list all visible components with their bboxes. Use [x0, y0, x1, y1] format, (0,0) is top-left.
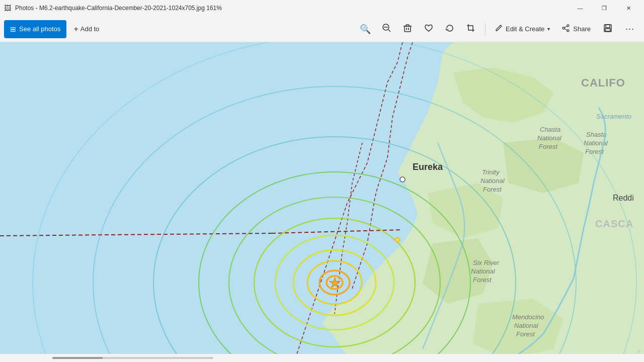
svg-point-31 [395, 237, 400, 242]
svg-text:Forest: Forest [539, 143, 558, 150]
zoom-out-button[interactable] [376, 19, 396, 39]
title-bar: 🖼 Photos - M6.2-earthquake-California-De… [0, 0, 644, 16]
svg-line-11 [565, 26, 567, 28]
close-button[interactable]: ✕ [617, 0, 640, 16]
svg-text:Forest: Forest [473, 276, 492, 284]
title-bar-controls: — ❐ ✕ [569, 0, 640, 16]
svg-text:Chasta: Chasta [540, 126, 560, 133]
heart-icon [424, 24, 433, 35]
toolbar: ⊞ See all photos + Add to 🔍 [0, 16, 644, 42]
svg-rect-15 [605, 29, 610, 31]
app-icon: 🖼 [4, 4, 11, 12]
svg-text:National: National [471, 267, 496, 275]
zoom-in-button[interactable]: 🔍 [355, 19, 375, 39]
svg-text:Eureka: Eureka [413, 162, 443, 172]
scroll-thumb[interactable] [52, 357, 103, 359]
share-button[interactable]: Share [557, 20, 596, 38]
add-icon: + [73, 25, 78, 34]
svg-point-10 [562, 27, 565, 29]
edit-icon [495, 24, 503, 34]
toolbar-group-view: 🔍 [355, 19, 481, 39]
scroll-track[interactable] [52, 357, 213, 359]
maximize-button[interactable]: ❐ [593, 0, 616, 16]
svg-rect-3 [405, 26, 411, 32]
save-icon [603, 24, 612, 35]
svg-line-12 [565, 29, 567, 30]
crop-icon [466, 24, 475, 35]
crop-button[interactable] [461, 19, 481, 39]
share-icon [562, 24, 570, 34]
zoom-in-icon: 🔍 [360, 24, 371, 35]
svg-rect-14 [606, 25, 610, 28]
svg-text:Shasta: Shasta [586, 131, 606, 138]
save-button[interactable] [598, 19, 618, 39]
svg-text:★: ★ [329, 275, 341, 291]
share-label: Share [573, 25, 591, 33]
svg-text:National: National [514, 322, 539, 329]
map-svg: ★ CALIFO Sacramento Eureka Trinity Natio… [0, 42, 644, 362]
title-bar-left: 🖼 Photos - M6.2-earthquake-California-De… [4, 4, 222, 12]
minimize-button[interactable]: — [569, 0, 592, 16]
edit-create-button[interactable]: Edit & Create ▾ [490, 20, 555, 38]
toolbar-divider-1 [485, 23, 486, 35]
zoom-out-icon [382, 23, 391, 35]
svg-text:Trinity: Trinity [482, 168, 500, 176]
svg-point-9 [567, 30, 569, 32]
svg-point-32 [400, 177, 405, 182]
svg-line-2 [388, 30, 390, 32]
title-text: Photos - M6.2-earthquake-California-Dece… [15, 5, 222, 12]
image-area: ★ CALIFO Sacramento Eureka Trinity Natio… [0, 42, 644, 362]
delete-icon [403, 24, 412, 35]
delete-button[interactable] [397, 19, 418, 39]
svg-text:Reddi: Reddi [613, 194, 634, 202]
svg-text:Forest: Forest [483, 186, 502, 193]
more-icon: ··· [625, 24, 634, 34]
see-all-photos-button[interactable]: ⊞ See all photos [4, 20, 66, 38]
svg-rect-5 [406, 25, 409, 26]
edit-create-chevron: ▾ [547, 26, 550, 32]
svg-text:National: National [537, 134, 562, 142]
see-all-photos-label: See all photos [19, 25, 60, 33]
rotate-icon [445, 24, 454, 35]
svg-text:Six River: Six River [473, 259, 500, 266]
add-to-label: Add to [80, 25, 100, 33]
svg-text:National: National [480, 177, 505, 185]
svg-point-8 [567, 25, 569, 27]
add-to-button[interactable]: + Add to [68, 20, 104, 38]
rotate-button[interactable] [440, 19, 460, 39]
photos-icon: ⊞ [10, 25, 16, 33]
more-options-button[interactable]: ··· [620, 19, 640, 39]
edit-create-label: Edit & Create [506, 25, 544, 33]
svg-text:Mendocino: Mendocino [512, 313, 544, 321]
favorite-button[interactable] [419, 19, 439, 39]
svg-text:Forest: Forest [516, 330, 535, 338]
svg-text:CASCA: CASCA [595, 218, 633, 229]
svg-text:CALIFO: CALIFO [581, 76, 625, 89]
scroll-bar [0, 354, 644, 362]
